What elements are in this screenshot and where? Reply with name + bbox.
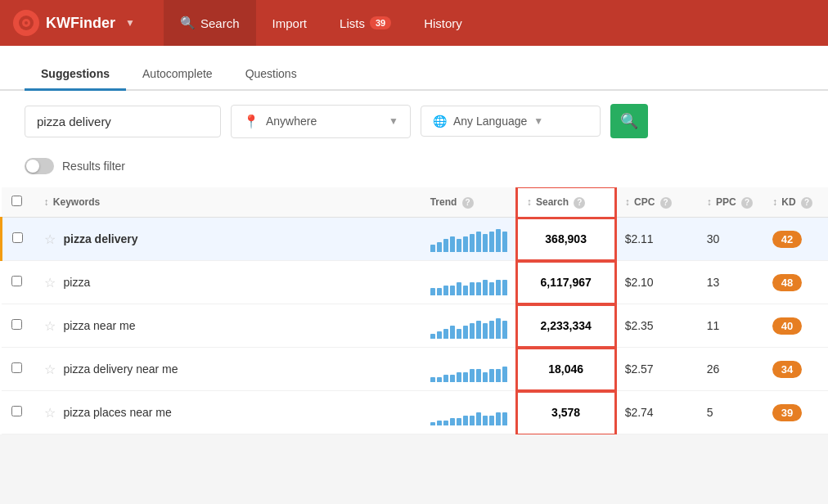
tab-questions[interactable]: Questions: [229, 59, 313, 91]
results-filter-toggle[interactable]: [25, 158, 54, 174]
bar-4: [457, 372, 461, 382]
td-keyword: ☆ pizza places near me: [34, 391, 421, 434]
bar-8: [483, 323, 488, 339]
row-checkbox-1[interactable]: [11, 276, 22, 286]
td-keyword: ☆ pizza: [34, 261, 421, 304]
bar-2: [443, 239, 448, 252]
bar-4: [457, 418, 461, 425]
search-button[interactable]: 🔍: [610, 104, 648, 138]
th-keywords[interactable]: ↕ Keywords: [34, 187, 421, 218]
ppc-sort-icon: ↕: [707, 196, 712, 208]
bar-10: [496, 369, 501, 382]
bar-2: [443, 286, 448, 295]
td-keyword: ☆ pizza delivery: [34, 218, 421, 261]
search-help-icon[interactable]: ?: [574, 197, 585, 209]
td-checkbox: [2, 391, 34, 434]
keywords-sort-icon: ↕: [44, 196, 49, 208]
bar-3: [450, 236, 455, 252]
th-kd[interactable]: ↕ KD ?: [763, 187, 828, 218]
bar-5: [463, 286, 468, 295]
location-selector[interactable]: 📍 Anywhere ▼: [231, 105, 411, 138]
td-kd-4: 39: [763, 391, 828, 434]
bar-11: [502, 280, 507, 295]
td-keyword: ☆ pizza delivery near me: [34, 348, 421, 391]
bar-0: [430, 288, 435, 295]
table-body: ☆ pizza delivery 368,903 $2.11 30 42 ☆ p…: [2, 218, 829, 434]
td-search-2: 2,233,334: [517, 304, 615, 348]
td-ppc-2: 11: [697, 304, 763, 348]
td-trend: [421, 261, 517, 304]
tab-autocomplete[interactable]: Autocomplete: [126, 59, 229, 91]
table-header-row: ↕ Keywords Trend ? ↕ Search ? ↕ CPC ?: [2, 187, 829, 218]
bar-9: [489, 321, 494, 339]
tabs-row: Suggestions Autocomplete Questions: [0, 46, 828, 91]
star-icon-1[interactable]: ☆: [44, 275, 56, 290]
logo-icon: [13, 10, 39, 36]
language-selector[interactable]: 🌐 Any Language ▼: [421, 106, 601, 137]
keyword-name-4: pizza places near me: [64, 406, 172, 419]
mini-chart-0: [430, 226, 507, 252]
bar-8: [483, 280, 488, 295]
row-checkbox-3[interactable]: [11, 362, 22, 373]
keyword-name-3: pizza delivery near me: [64, 362, 178, 376]
select-all-checkbox[interactable]: [11, 196, 22, 206]
th-trend: Trend ?: [421, 187, 517, 218]
bar-1: [437, 331, 442, 339]
td-cpc-2: $2.35: [615, 304, 697, 348]
language-globe-icon: 🌐: [433, 115, 447, 128]
td-checkbox: [2, 304, 34, 348]
td-search-1: 6,117,967: [517, 261, 615, 304]
search-value-1: 6,117,967: [540, 276, 591, 289]
bar-5: [463, 236, 468, 252]
td-kd-3: 34: [763, 348, 828, 391]
td-cpc-3: $2.57: [615, 348, 697, 391]
td-ppc-4: 5: [697, 391, 763, 434]
filter-label: Results filter: [62, 160, 125, 173]
nav-item-history[interactable]: History: [407, 0, 479, 46]
row-checkbox-2[interactable]: [11, 319, 22, 330]
td-kd-2: 40: [763, 304, 828, 348]
td-keyword: ☆ pizza near me: [34, 304, 421, 348]
bar-0: [430, 245, 435, 252]
td-ppc-1: 13: [697, 261, 763, 304]
nav-item-lists[interactable]: Lists 39: [323, 0, 407, 46]
star-icon-0[interactable]: ☆: [44, 232, 56, 247]
nav-item-import[interactable]: Import: [256, 0, 324, 46]
star-icon-3[interactable]: ☆: [44, 362, 56, 377]
mini-chart-3: [430, 356, 507, 382]
td-checkbox: [2, 261, 34, 304]
kd-help-icon[interactable]: ?: [801, 197, 812, 209]
td-search-3: 18,046: [517, 348, 615, 391]
keyword-input[interactable]: [25, 106, 221, 137]
tab-suggestions[interactable]: Suggestions: [25, 59, 126, 91]
trend-help-icon[interactable]: ?: [462, 197, 474, 209]
bar-5: [463, 326, 468, 339]
th-ppc[interactable]: ↕ PPC ?: [697, 187, 763, 218]
lists-badge: 39: [370, 16, 391, 29]
top-navigation: KWFinder ▼ 🔍 Search Import Lists 39 Hist…: [0, 0, 828, 46]
th-select-all[interactable]: [2, 187, 34, 218]
td-trend: [421, 218, 517, 261]
td-cpc-4: $2.74: [615, 391, 697, 434]
star-icon-2[interactable]: ☆: [44, 318, 56, 334]
th-search[interactable]: ↕ Search ?: [517, 187, 615, 218]
cpc-help-icon[interactable]: ?: [660, 197, 672, 209]
mini-chart-2: [430, 313, 507, 339]
mini-chart-4: [430, 399, 507, 425]
td-trend: [421, 304, 517, 348]
th-cpc[interactable]: ↕ CPC ?: [615, 187, 697, 218]
search-bar: 📍 Anywhere ▼ 🌐 Any Language ▼ 🔍: [0, 91, 828, 151]
bar-10: [496, 280, 501, 295]
bar-8: [483, 416, 488, 425]
bar-0: [430, 334, 435, 339]
location-icon: 📍: [243, 114, 259, 129]
ppc-help-icon[interactable]: ?: [741, 197, 753, 209]
brand-logo[interactable]: KWFinder ▼: [0, 10, 164, 36]
nav-item-search[interactable]: 🔍 Search: [164, 0, 256, 46]
bar-7: [476, 282, 481, 295]
bar-10: [496, 412, 501, 425]
row-checkbox-0[interactable]: [12, 232, 23, 243]
brand-dropdown-arrow[interactable]: ▼: [125, 17, 135, 29]
star-icon-4[interactable]: ☆: [44, 405, 56, 421]
row-checkbox-4[interactable]: [11, 406, 22, 416]
